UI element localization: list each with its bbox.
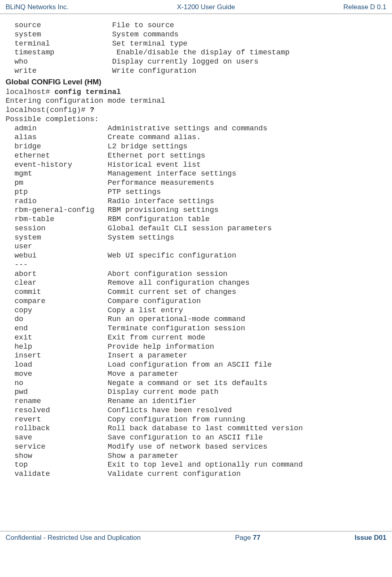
possible-completions-label: Possible completions: (6, 115, 99, 124)
top-row-system: system System commands (6, 30, 386, 40)
config-row-ethernet: ethernet Ethernet port settings (6, 152, 386, 161)
config-row-revert: revert Copy configuration from running (6, 415, 386, 425)
footer-right: Issue D01 (355, 534, 386, 542)
section-heading: Global CONFIG Level (HM) (6, 78, 386, 86)
footer-page-value: 77 (253, 534, 261, 541)
header-right: Release D 0.1 (343, 3, 386, 11)
prompt-2-prefix: localhost(config)# (6, 106, 90, 114)
config-row-copy: copy Copy a list entry (6, 306, 386, 315)
config-row-system: system System settings (6, 234, 386, 243)
config-row-service: service Modify use of network based serv… (6, 443, 386, 452)
config-row-pm: pm Performance measurements (6, 179, 386, 188)
config-row-abort: abort Abort configuration session (6, 270, 386, 279)
config-row-pwd: pwd Display current mode path (6, 388, 386, 397)
config-row-commit: commit Commit current set of changes (6, 288, 386, 297)
config-row-ptp: ptp PTP settings (6, 188, 386, 197)
config-row-event-history: event-history Historical event list (6, 161, 386, 170)
footer-page-number: Page 77 (235, 534, 260, 542)
config-row-show: show Show a parameter (6, 452, 386, 461)
top-command-block: source File to source system System comm… (6, 21, 386, 76)
top-row-terminal: terminal Set terminal type (6, 40, 386, 49)
config-row-resolved: resolved Conflicts have been resolved (6, 406, 386, 415)
config-row-validate: validate Validate current configuration (6, 470, 386, 479)
config-row-rbm-general-config: rbm-general-config RBM provisioning sett… (6, 206, 386, 215)
header-center: X-1200 User Guide (177, 3, 235, 11)
config-row-rbm-table: rbm-table RBM configuration table (6, 215, 386, 224)
config-row-save: save Save configuration to an ASCII file (6, 433, 386, 443)
config-terminal-block: localhost# config terminal Entering conf… (6, 88, 386, 124)
config-command-list: admin Administrative settings and comman… (6, 124, 386, 479)
config-row-user: user (6, 242, 386, 252)
config-row-end: end Terminate configuration session (6, 324, 386, 333)
config-row-session: session Global default CLI session param… (6, 224, 386, 234)
top-row-write: write Write configuration (6, 67, 386, 76)
prompt-1-command: config terminal (54, 88, 121, 96)
page-content: source File to source system System comm… (0, 14, 392, 479)
config-row-admin: admin Administrative settings and comman… (6, 124, 386, 134)
top-row-who: who Display currently logged on users (6, 58, 386, 67)
config-row-move: move Move a parameter (6, 370, 386, 379)
config-row-rollback: rollback Roll back database to last comm… (6, 424, 386, 433)
config-row-bridge: bridge L2 bridge settings (6, 142, 386, 152)
config-row-radio: radio Radio interface settings (6, 197, 386, 206)
config-row-compare: compare Compare configuration (6, 297, 386, 306)
config-row-insert: insert Insert a parameter (6, 351, 386, 361)
line-entering-config: Entering configuration mode terminal (6, 97, 165, 105)
footer-page-label: Page (235, 534, 253, 541)
prompt-1-prefix: localhost# (6, 88, 54, 96)
config-row-alias: alias Create command alias. (6, 133, 386, 142)
page-header: BLiNQ Networks Inc. X-1200 User Guide Re… (0, 0, 392, 14)
config-row-top: top Exit to top level and optionally run… (6, 461, 386, 470)
config-row-load: load Load configuration from an ASCII fi… (6, 361, 386, 370)
footer-left: Confidential - Restricted Use and Duplic… (6, 534, 141, 542)
page-footer: Confidential - Restricted Use and Duplic… (0, 531, 392, 546)
prompt-2-command: ? (90, 106, 94, 114)
config-row-exit: exit Exit from current mode (6, 333, 386, 343)
config-row-clear: clear Remove all configuration changes (6, 279, 386, 288)
config-row-mgmt: mgmt Management interface settings (6, 170, 386, 179)
document-page: BLiNQ Networks Inc. X-1200 User Guide Re… (0, 0, 392, 546)
config-row-webui: webui Web UI specific configuration (6, 252, 386, 261)
config-row----: --- (6, 261, 386, 270)
config-row-help: help Provide help information (6, 343, 386, 352)
top-row-source: source File to source (6, 21, 386, 30)
top-row-timestamp: timestamp Enable/disable the display of … (6, 48, 386, 58)
config-row-no: no Negate a command or set its defaults (6, 379, 386, 388)
config-row-rename: rename Rename an identifier (6, 397, 386, 406)
header-left: BLiNQ Networks Inc. (6, 3, 69, 11)
config-row-do: do Run an operational-mode command (6, 315, 386, 324)
